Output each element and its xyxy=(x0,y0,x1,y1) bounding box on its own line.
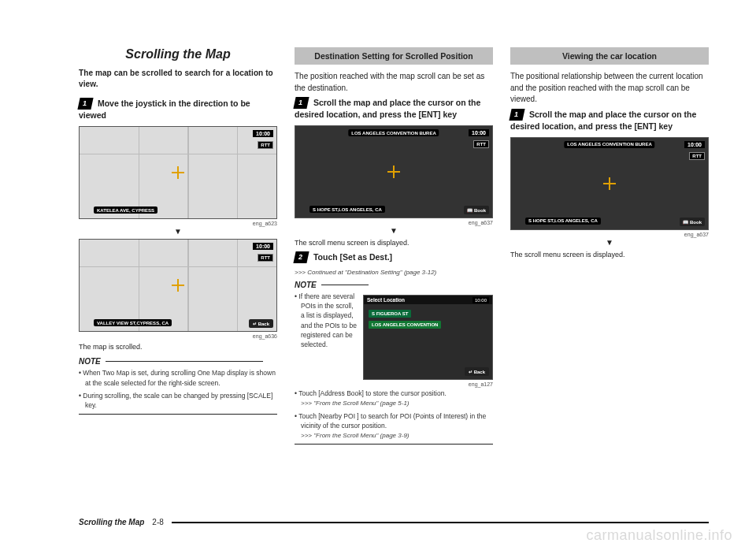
note-list: Touch [Address Book] to store the cursor… xyxy=(295,389,493,441)
note-item: Touch [Address Book] to store the cursor… xyxy=(295,389,493,408)
footer-page-number: 2-8 xyxy=(152,518,163,526)
note-divider xyxy=(295,444,493,445)
street-label: KATELEA AVE, CYPRESS xyxy=(94,206,158,214)
figure-caption: eng_a127 xyxy=(295,381,493,387)
step-1: 1 Scroll the map and place the cursor on… xyxy=(510,109,709,132)
lead-text: The position reached with the map scroll… xyxy=(295,71,493,94)
arrow-down-icon: ▼ xyxy=(510,239,709,247)
note-with-thumbnail: Select Location 10:00 S FIGUEROA ST LOS … xyxy=(295,292,493,381)
lead-text: The positional relationship between the … xyxy=(510,71,709,106)
note-ref: >>> "From the Scroll Menu" (page 5-1) xyxy=(301,400,410,407)
watermark: carmanualsonline.info xyxy=(586,527,732,544)
caption-text: The scroll menu screen is displayed. xyxy=(510,250,709,260)
note-list: When Two Map is set, during scrolling On… xyxy=(79,368,277,410)
note-item: Touch [Nearby POI ] to search for POI (P… xyxy=(295,411,493,441)
arrow-down-icon: ▼ xyxy=(79,228,277,236)
note-item: If there are several POIs in the scroll,… xyxy=(295,292,357,350)
column-destination-setting: Destination Setting for Scrolled Positio… xyxy=(295,47,493,445)
manual-page: Scrolling the Map The map can be scrolle… xyxy=(0,0,756,476)
step-badge-1: 1 xyxy=(293,97,309,109)
rtt-indicator: RTT xyxy=(258,254,273,262)
back-button: ↵ Back xyxy=(249,319,273,328)
note-heading: NOTE xyxy=(79,357,277,366)
continued-ref: >>> Continued at "Destination Setting" (… xyxy=(295,269,493,276)
figure-caption: eng_a636 xyxy=(79,333,277,339)
location-row: LOS ANGELES CONVENTION xyxy=(369,321,441,329)
rtt-indicator: RTT xyxy=(258,141,273,149)
step-2-text: Touch [Set as Dest.] xyxy=(313,252,392,262)
map-cursor-icon xyxy=(603,177,616,190)
map-screenshot-dark: LOS ANGELES CONVENTION BUREA 10:00 RTT S… xyxy=(510,137,709,230)
poi-label: LOS ANGELES CONVENTION BUREA xyxy=(564,141,654,148)
select-location-screenshot: Select Location 10:00 S FIGUEROA ST LOS … xyxy=(363,295,493,380)
book-button: 📖 Book xyxy=(464,206,489,214)
clock-indicator: 10:00 xyxy=(472,297,489,303)
poi-label: LOS ANGELES CONVENTION BUREA xyxy=(348,129,439,136)
step-1-text: Move the joystick in the direction to be… xyxy=(79,99,250,120)
column-viewing-car-location: Viewing the car location The positional … xyxy=(510,47,709,445)
note-list: If there are several POIs in the scroll,… xyxy=(295,292,357,353)
map-cursor-icon xyxy=(172,279,184,292)
back-button: ↵ Back xyxy=(465,367,489,376)
figure-caption: eng_a637 xyxy=(295,220,493,225)
column-header: Destination Setting for Scrolled Positio… xyxy=(295,47,493,65)
lead-text: The map can be scrolled to search for a … xyxy=(79,68,277,90)
step-2: 2 Touch [Set as Dest.] xyxy=(295,251,493,263)
clock-indicator: 10:00 xyxy=(469,129,489,136)
note-heading: NOTE xyxy=(295,281,493,289)
map-screenshot-2: 10:00 RTT VALLEY VIEW ST,CYPRESS, CA ↵ B… xyxy=(79,239,277,332)
book-button: 📖 Book xyxy=(680,218,705,226)
location-row: S FIGUEROA ST xyxy=(369,310,411,318)
footer-section-title: Scrolling the Map xyxy=(79,518,144,526)
page-footer: Scrolling the Map 2-8 xyxy=(79,518,709,526)
map-cursor-icon xyxy=(387,166,400,178)
street-label: S HOPE ST,LOS ANGELES, CA xyxy=(525,218,601,225)
arrow-down-icon: ▼ xyxy=(295,227,493,235)
note-item: During scrolling, the scale can be chang… xyxy=(79,391,277,411)
step-1: 1 Move the joystick in the direction to … xyxy=(79,98,277,121)
rtt-indicator: RTT xyxy=(473,140,489,148)
figure-caption: eng_a637 xyxy=(510,232,709,237)
step-1-text: Scroll the map and place the cursor on t… xyxy=(510,110,696,131)
map-screenshot-1: 10:00 RTT KATELEA AVE, CYPRESS xyxy=(79,126,277,219)
street-label: VALLEY VIEW ST,CYPRESS, CA xyxy=(94,319,172,326)
section-title: Scrolling the Map xyxy=(79,47,277,61)
footer-rule xyxy=(172,522,709,523)
note-ref: >>> "From the Scroll Menu" (page 3-9) xyxy=(301,432,410,439)
step-badge-1: 1 xyxy=(77,98,93,110)
clock-indicator: 10:00 xyxy=(684,141,705,148)
column-scrolling-the-map: Scrolling the Map The map can be scrolle… xyxy=(79,47,277,445)
caption-text: The map is scrolled. xyxy=(79,342,277,352)
rtt-indicator: RTT xyxy=(689,152,705,160)
note-divider xyxy=(79,414,277,415)
note-item: When Two Map is set, during scrolling On… xyxy=(79,368,277,388)
step-1-text: Scroll the map and place the cursor on t… xyxy=(295,98,480,119)
figure-caption: eng_a623 xyxy=(79,221,277,226)
map-cursor-icon xyxy=(172,166,184,179)
caption-text: The scroll menu screen is displayed. xyxy=(295,238,493,248)
street-label: S HOPE ST,LOS ANGELES, CA xyxy=(309,206,385,213)
clock-indicator: 10:00 xyxy=(253,243,273,250)
column-header: Viewing the car location xyxy=(510,47,709,65)
step-badge-1: 1 xyxy=(509,109,524,121)
map-screenshot-dark: LOS ANGELES CONVENTION BUREA 10:00 RTT S… xyxy=(295,125,493,218)
step-1: 1 Scroll the map and place the cursor on… xyxy=(295,97,493,121)
clock-indicator: 10:00 xyxy=(253,130,273,137)
step-badge-2: 2 xyxy=(293,251,309,263)
